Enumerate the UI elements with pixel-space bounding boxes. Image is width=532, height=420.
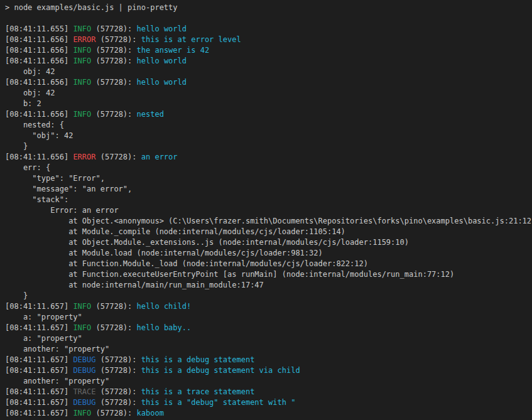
- log-text: (57728):: [96, 366, 141, 375]
- log-text: at node:internal/main/run_main_module:17…: [5, 281, 264, 289]
- log-line: [08:41:11.657] DEBUG (57728): this is a …: [5, 355, 532, 365]
- log-text: err: {: [5, 163, 50, 172]
- log-message: this is a "debug" statement with ": [141, 398, 296, 407]
- log-text: (57728):: [91, 46, 136, 55]
- log-level-error: ERROR: [73, 153, 95, 161]
- stack-trace-line: at Object.Module._extensions..js (node:i…: [5, 237, 532, 248]
- log-text: obj: 42: [5, 89, 55, 97]
- log-lines: [08:41:11.655] INFO (57728): hello world…: [5, 24, 532, 419]
- log-text: [08:41:11.657]: [5, 355, 73, 364]
- command-line: > node examples/basic.js | pino-pretty: [5, 3, 532, 13]
- log-text: a: "property": [5, 313, 82, 321]
- log-text: (57728):: [96, 153, 141, 161]
- log-text: (57728):: [91, 78, 136, 87]
- log-level-error: ERROR: [73, 35, 95, 44]
- log-text: Error: an error: [5, 206, 119, 215]
- log-text: another: "property": [5, 345, 109, 353]
- log-property-line: "stack":: [5, 195, 532, 205]
- log-text: }: [5, 142, 28, 151]
- stack-trace-line: at Object.<anonymous> (C:\Users\frazer.s…: [5, 216, 532, 227]
- log-text: "stack":: [5, 195, 68, 204]
- log-text: at Module.load (node:internal/modules/cj…: [5, 249, 323, 257]
- log-line: [08:41:11.657] DEBUG (57728): this is a …: [5, 397, 532, 408]
- log-text: at Object.Module._extensions..js (node:i…: [5, 238, 409, 247]
- log-property-line: obj: 42: [5, 67, 532, 77]
- log-line: [08:41:11.657] TRACE (57728): this is a …: [5, 387, 532, 397]
- log-text: (57728):: [91, 302, 136, 311]
- log-level-info: INFO: [73, 302, 91, 311]
- log-message: hello world: [137, 57, 187, 65]
- log-text: nested: {: [5, 121, 64, 129]
- log-text: [08:41:11.657]: [5, 398, 73, 407]
- log-message: this is a trace statement: [141, 387, 255, 396]
- log-text: (57728):: [91, 57, 136, 65]
- log-level-trace: TRACE: [73, 387, 95, 396]
- stack-trace-line: at node:internal/main/run_main_module:17…: [5, 280, 532, 291]
- log-level-info: INFO: [73, 46, 91, 55]
- log-text: [08:41:11.656]: [5, 153, 73, 161]
- log-line: [08:41:11.655] INFO (57728): hello world: [5, 24, 532, 35]
- log-message: hello world: [137, 78, 187, 87]
- log-text: [08:41:11.656]: [5, 78, 73, 87]
- log-text: [08:41:11.656]: [5, 46, 73, 55]
- log-property-line: err: {: [5, 163, 532, 173]
- log-level-info: INFO: [73, 24, 91, 33]
- log-text: a: "property": [5, 334, 82, 343]
- log-property-line: a: "property": [5, 333, 532, 344]
- log-property-line: another: "property": [5, 376, 532, 387]
- log-text: at Object.<anonymous> (C:\Users\frazer.s…: [5, 217, 532, 225]
- log-text: (57728):: [91, 24, 136, 33]
- log-line: [08:41:11.656] ERROR (57728): an error: [5, 152, 532, 163]
- stack-trace-line: Error: an error: [5, 205, 532, 216]
- log-line: [08:41:11.656] INFO (57728): nested: [5, 109, 532, 120]
- log-text: [08:41:11.656]: [5, 35, 73, 44]
- log-line: [08:41:11.657] DEBUG (57728): this is a …: [5, 365, 532, 376]
- log-property-line: "type": "Error",: [5, 173, 532, 184]
- log-level-debug: DEBUG: [73, 398, 95, 407]
- log-message: the answer is 42: [137, 46, 210, 55]
- log-text: "type": "Error",: [5, 174, 105, 183]
- log-text: [08:41:11.657]: [5, 409, 73, 417]
- log-text: obj: 42: [5, 67, 55, 76]
- log-level-debug: DEBUG: [73, 366, 95, 375]
- stack-trace-line: at Module.load (node:internal/modules/cj…: [5, 248, 532, 259]
- log-text: [08:41:11.657]: [5, 323, 73, 332]
- log-message: an error: [141, 153, 178, 161]
- log-message: nested: [137, 110, 164, 119]
- log-message: hello world: [137, 24, 187, 33]
- log-text: }: [5, 291, 28, 300]
- log-level-info: INFO: [73, 323, 91, 332]
- log-line: [08:41:11.656] INFO (57728): hello world: [5, 77, 532, 88]
- log-property-line: another: "property": [5, 344, 532, 355]
- stack-trace-line: at Module._compile (node:internal/module…: [5, 227, 532, 237]
- log-text: (57728):: [96, 387, 141, 396]
- log-property-line: "message": "an error",: [5, 184, 532, 195]
- log-text: at Function.executeUserEntryPoint [as ru…: [5, 270, 454, 279]
- log-line: [08:41:11.656] INFO (57728): the answer …: [5, 45, 532, 56]
- log-text: at Module._compile (node:internal/module…: [5, 227, 345, 236]
- log-text: (57728):: [96, 35, 141, 44]
- log-level-info: INFO: [73, 57, 91, 65]
- stack-trace-line: at Function.executeUserEntryPoint [as ru…: [5, 269, 532, 280]
- log-text: (57728):: [96, 398, 141, 407]
- log-text: (57728):: [96, 355, 141, 364]
- log-text: "obj": 42: [5, 131, 73, 140]
- log-message: this is at error level: [141, 35, 241, 44]
- log-line: [08:41:11.657] INFO (57728): kaboom: [5, 408, 532, 419]
- log-message: hello child!: [137, 302, 192, 311]
- log-text: b: 2: [5, 99, 41, 108]
- log-text: [08:41:11.656]: [5, 110, 73, 119]
- terminal-output[interactable]: > node examples/basic.js | pino-pretty […: [0, 0, 532, 420]
- stack-trace-line: at Function.Module._load (node:internal/…: [5, 259, 532, 269]
- log-level-debug: DEBUG: [73, 355, 95, 364]
- log-line: [08:41:11.657] INFO (57728): hello child…: [5, 301, 532, 312]
- log-text: another: "property": [5, 377, 109, 385]
- log-property-line: "obj": 42: [5, 131, 532, 141]
- log-text: [08:41:11.657]: [5, 302, 73, 311]
- log-message: hello baby..: [137, 323, 192, 332]
- log-level-info: INFO: [73, 78, 91, 87]
- log-text: [08:41:11.656]: [5, 57, 73, 65]
- log-line: [08:41:11.657] INFO (57728): hello baby.…: [5, 323, 532, 333]
- log-text: [08:41:11.657]: [5, 387, 73, 396]
- log-property-line: a: "property": [5, 312, 532, 323]
